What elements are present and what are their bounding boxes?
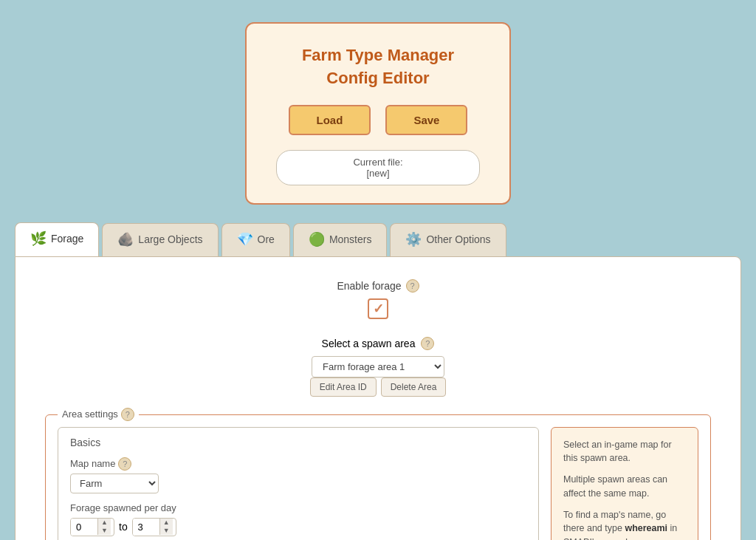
load-button[interactable]: Load: [289, 105, 371, 135]
forage-min-input[interactable]: [71, 519, 97, 536]
tabs-container: 🌿 Forage 🪨 Large Objects 💎 Ore 🟢 Monster…: [15, 222, 741, 256]
enable-forage-label: Enable forage: [337, 280, 401, 292]
spawn-area-select[interactable]: Farm forage area 1: [312, 356, 444, 377]
tab-monsters[interactable]: 🟢 Monsters: [293, 223, 388, 256]
enable-forage-help[interactable]: ?: [406, 279, 419, 293]
map-name-help[interactable]: ?: [118, 457, 131, 471]
spawn-area-label-row: Select a spawn area ?: [322, 337, 435, 350]
tab-other-options[interactable]: ⚙️ Other Options: [390, 223, 506, 256]
checkmark-icon: ✓: [373, 302, 384, 315]
forage-per-day-to: to: [119, 521, 128, 533]
map-name-tooltip: Select an in-game map for this spawn are…: [551, 427, 698, 540]
tab-large-objects[interactable]: 🪨 Large Objects: [102, 223, 218, 256]
area-settings-wrapper: Area settings ? Basics Map name ? Farm F…: [45, 414, 711, 540]
map-name-label: Map name: [70, 458, 115, 469]
enable-forage-checkbox[interactable]: ✓: [368, 298, 388, 319]
forage-min-down-btn[interactable]: ▼: [97, 527, 111, 535]
map-name-select[interactable]: Farm: [70, 474, 159, 493]
delete-area-button[interactable]: Delete Area: [381, 377, 447, 397]
tooltip-line1: Select an in-game map for this spawn are…: [563, 438, 686, 466]
current-file-label: Current file:: [353, 157, 402, 168]
tooltip-line3: To find a map's name, go there and type …: [563, 508, 686, 540]
current-file-box: Current file: [new]: [276, 150, 480, 185]
large-objects-icon: 🪨: [117, 231, 134, 247]
monsters-icon: 🟢: [309, 231, 325, 247]
spawn-area-label: Select a spawn area: [322, 338, 416, 349]
ore-icon: 💎: [237, 231, 253, 247]
app-title: Farm Type Manager Config Editor: [276, 44, 480, 90]
tab-other-options-label: Other Options: [426, 233, 490, 245]
forage-max-down-btn[interactable]: ▼: [159, 527, 173, 535]
main-content: Enable forage ? ✓ Select a spawn area ? …: [15, 256, 741, 540]
current-file-value: [new]: [366, 168, 389, 179]
forage-min-up-btn[interactable]: ▲: [97, 519, 111, 527]
forage-max-spinner: ▲ ▼: [132, 518, 176, 536]
forage-min-spinner: ▲ ▼: [70, 518, 114, 536]
spawn-area-buttons: Edit Area ID Delete Area: [310, 377, 447, 397]
forage-icon: 🌿: [30, 230, 47, 247]
tooltip-bold: whereami: [625, 523, 667, 533]
area-settings-help[interactable]: ?: [121, 408, 134, 421]
spawn-area-section: Select a spawn area ? Farm forage area 1…: [45, 337, 711, 397]
area-settings-label: Area settings: [62, 409, 118, 420]
basics-panel: Basics Map name ? Farm Forage spawned pe…: [58, 427, 539, 540]
header-buttons: Load Save: [276, 105, 480, 135]
forage-max-up-btn[interactable]: ▲: [159, 519, 173, 527]
forage-per-day-label-row: Forage spawned per day: [70, 502, 526, 513]
enable-forage-section: Enable forage ? ✓: [45, 279, 711, 319]
header-card: Farm Type Manager Config Editor Load Sav…: [245, 22, 511, 205]
tab-ore-label: Ore: [258, 233, 275, 245]
edit-area-id-button[interactable]: Edit Area ID: [310, 377, 377, 397]
tab-forage[interactable]: 🌿 Forage: [15, 222, 99, 256]
basics-title: Basics: [70, 437, 526, 448]
forage-per-day-row: ▲ ▼ to ▲ ▼: [70, 518, 526, 536]
save-button[interactable]: Save: [385, 105, 467, 135]
map-name-group: Map name ? Farm: [70, 457, 526, 493]
tooltip-line2: Multiple spawn areas can affect the same…: [563, 473, 686, 501]
tab-large-objects-label: Large Objects: [138, 233, 202, 245]
forage-per-day-group: Forage spawned per day ▲ ▼ to ▲: [70, 502, 526, 536]
enable-forage-label-row: Enable forage ?: [337, 279, 419, 293]
forage-max-spinner-btns: ▲ ▼: [159, 519, 173, 535]
other-options-icon: ⚙️: [405, 231, 422, 247]
tab-forage-label: Forage: [51, 233, 83, 245]
spawn-area-help[interactable]: ?: [421, 337, 434, 350]
tab-ore[interactable]: 💎 Ore: [221, 223, 290, 256]
map-name-label-row: Map name ?: [70, 457, 526, 471]
forage-per-day-label: Forage spawned per day: [70, 502, 176, 513]
tab-monsters-label: Monsters: [329, 233, 372, 245]
area-settings-legend: Area settings ?: [58, 408, 139, 421]
forage-min-spinner-btns: ▲ ▼: [97, 519, 111, 535]
forage-max-input[interactable]: [133, 519, 159, 536]
